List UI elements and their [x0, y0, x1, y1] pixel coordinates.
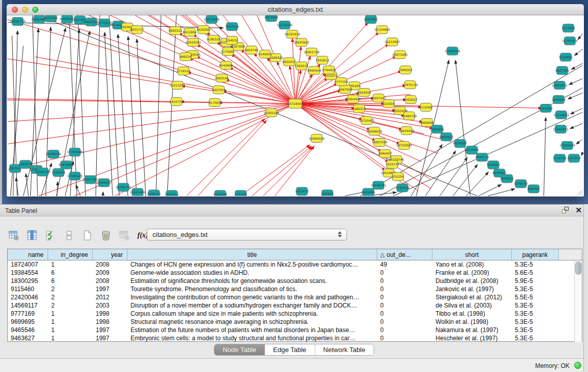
- network-node[interactable]: 13942757: [35, 168, 51, 176]
- network-node[interactable]: 829450: [528, 185, 539, 193]
- column-header-name[interactable]: name: [8, 249, 48, 260]
- network-node[interactable]: 1167533: [567, 154, 581, 162]
- network-node[interactable]: 16958107: [96, 179, 112, 187]
- network-node[interactable]: 7485063: [399, 66, 412, 74]
- network-node[interactable]: 8215953: [539, 104, 553, 113]
- network-node[interactable]: 10688609: [366, 127, 382, 135]
- network-node[interactable]: 6497568: [338, 85, 352, 94]
- network-node[interactable]: 8186328: [207, 35, 221, 43]
- network-node[interactable]: 8813054: [265, 15, 278, 21]
- network-node[interactable]: 17359928: [67, 148, 83, 156]
- network-node[interactable]: 986034: [180, 53, 191, 61]
- network-node[interactable]: 8454749: [245, 46, 258, 54]
- network-node[interactable]: 15992971: [553, 125, 569, 133]
- network-node[interactable]: 15720407: [359, 116, 375, 124]
- network-node[interactable]: 6679197: [453, 139, 467, 147]
- table-settings-icon[interactable]: [7, 229, 20, 242]
- network-node[interactable]: 2935114: [475, 153, 489, 161]
- network-node[interactable]: 8860123: [168, 27, 182, 35]
- network-node[interactable]: 18640910: [294, 38, 310, 47]
- column-header-title[interactable]: title: [127, 249, 377, 260]
- network-node[interactable]: 2718126: [177, 67, 190, 75]
- network-node[interactable]: 9699695: [420, 118, 434, 126]
- delete-table-icon[interactable]: [99, 229, 113, 242]
- network-node[interactable]: 17016534: [559, 141, 575, 149]
- network-node[interactable]: 10973493: [392, 51, 408, 59]
- table-row[interactable]: 946362711997Embryonic stem cells: a mode…: [8, 334, 582, 342]
- network-node[interactable]: 19654923: [399, 126, 415, 135]
- table-row[interactable]: 911546021997Tourette syndrome. Phenomeno…: [8, 285, 582, 293]
- network-node[interactable]: 19218596: [277, 21, 293, 29]
- network-node[interactable]: 1117481: [561, 24, 575, 32]
- column-header-in_degree[interactable]: in_degree: [48, 249, 93, 260]
- column-header-out_de[interactable]: △out_de...: [377, 249, 432, 260]
- table-selector-dropdown[interactable]: citations_edges.txt: [147, 229, 347, 240]
- network-node[interactable]: 9084067: [378, 149, 392, 158]
- network-node[interactable]: 14136141: [371, 181, 386, 189]
- network-node[interactable]: 10719135: [97, 19, 113, 27]
- network-node[interactable]: 9129966: [559, 53, 573, 61]
- tab-node-table[interactable]: Node Table: [214, 344, 265, 355]
- network-node[interactable]: 7857224: [225, 23, 239, 31]
- network-node[interactable]: 9463627: [404, 96, 418, 104]
- network-node[interactable]: 12213383: [169, 81, 185, 90]
- network-node[interactable]: 1853457: [295, 187, 309, 195]
- network-node[interactable]: 9154328: [213, 190, 227, 196]
- network-node[interactable]: 1258312: [165, 190, 179, 196]
- network-node[interactable]: 8226058: [197, 26, 210, 34]
- network-node[interactable]: 6466160: [84, 18, 98, 26]
- network-node[interactable]: 3175685: [221, 48, 235, 56]
- network-node[interactable]: 2212525: [44, 15, 58, 22]
- column-visibility-icon[interactable]: [26, 229, 39, 242]
- window-resize-grip[interactable]: [576, 188, 583, 195]
- network-node[interactable]: 7955812: [316, 56, 330, 64]
- column-header-year[interactable]: year: [93, 249, 127, 260]
- network-node[interactable]: 1615132: [385, 160, 399, 168]
- network-node[interactable]: 18325419: [285, 30, 300, 38]
- table-row[interactable]: 1938455462009Genome-wide association stu…: [8, 269, 582, 277]
- network-node[interactable]: 203440: [321, 190, 333, 196]
- network-node[interactable]: 16210643: [553, 111, 569, 119]
- network-node[interactable]: 10543382: [185, 38, 201, 47]
- network-node[interactable]: 16782759: [116, 183, 132, 191]
- network-node[interactable]: 1840955: [430, 125, 444, 133]
- network-node-hub[interactable]: 18724007: [288, 99, 303, 108]
- network-node[interactable]: 16154808: [374, 26, 390, 34]
- network-node[interactable]: 14055724: [10, 17, 26, 26]
- network-node[interactable]: 30975887: [58, 161, 74, 169]
- network-node[interactable]: 18807299: [372, 138, 387, 146]
- network-node[interactable]: 1733426: [396, 184, 409, 192]
- network-node[interactable]: 8990444: [308, 67, 321, 75]
- table-row[interactable]: 2242004622012Investigating the contribut…: [8, 293, 582, 301]
- close-panel-icon[interactable]: ✕: [575, 207, 582, 214]
- network-node[interactable]: 9115460: [419, 103, 433, 112]
- table-scrollbar-thumb[interactable]: [575, 261, 581, 275]
- network-node[interactable]: 9245012: [500, 174, 514, 183]
- table-row[interactable]: 969969511998Structural magnetic resonanc…: [8, 318, 582, 326]
- network-node[interactable]: 8427552: [212, 86, 226, 94]
- network-node[interactable]: 2803144: [215, 74, 229, 82]
- network-node[interactable]: 20206596: [46, 150, 61, 158]
- network-node[interactable]: 12093872: [552, 81, 568, 90]
- row-height-icon[interactable]: [62, 229, 76, 242]
- network-node[interactable]: 7632621: [487, 161, 500, 169]
- table-row[interactable]: 946554611997Estimation of the future num…: [8, 326, 582, 334]
- network-node[interactable]: 12505125: [67, 172, 83, 180]
- network-node[interactable]: 18300295: [264, 108, 279, 117]
- column-header-short[interactable]: short: [432, 249, 512, 260]
- network-node[interactable]: 154632: [226, 36, 238, 45]
- network-node[interactable]: 19756928: [396, 141, 412, 149]
- table-row[interactable]: 977716911998Corpus callosum shape and si…: [8, 310, 582, 318]
- network-node[interactable]: 16961758: [304, 48, 320, 56]
- network-node[interactable]: 17975115: [402, 81, 418, 89]
- column-header-pagerank[interactable]: pagerank: [512, 249, 559, 260]
- network-node[interactable]: 817003: [209, 99, 221, 107]
- table-row[interactable]: 1456911722003Disruption of a novel membe…: [8, 301, 582, 310]
- tab-edge-table[interactable]: Edge Table: [265, 344, 315, 355]
- network-node[interactable]: 252254: [392, 172, 404, 181]
- network-node[interactable]: 16495758: [401, 112, 417, 120]
- network-node[interactable]: 12213967: [384, 38, 400, 46]
- table-scrollbar[interactable]: [574, 260, 582, 342]
- float-panel-icon[interactable]: [562, 207, 569, 214]
- new-table-icon[interactable]: [81, 229, 94, 242]
